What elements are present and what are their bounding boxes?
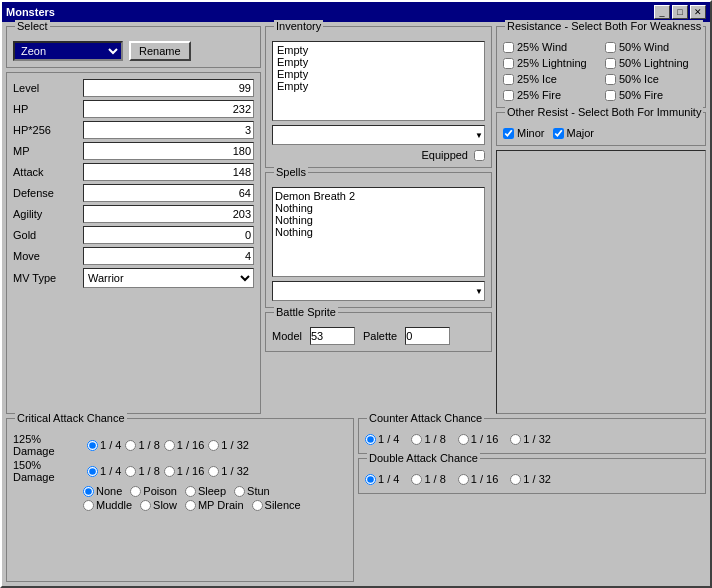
spells-dropdown[interactable] bbox=[272, 281, 485, 301]
list-item: Empty bbox=[275, 80, 482, 92]
monster-select[interactable]: Zeon bbox=[13, 41, 123, 61]
counter-thirtysecond-radio[interactable] bbox=[510, 434, 521, 445]
defense-input[interactable] bbox=[83, 184, 254, 202]
status-stun: Stun bbox=[234, 485, 270, 497]
status-none-label: None bbox=[96, 485, 122, 497]
critical-attack-group: Critical Attack Chance 125% Damage 1 / 4… bbox=[6, 418, 354, 582]
minor-checkbox[interactable] bbox=[503, 128, 514, 139]
titlebar: Monsters _ □ ✕ bbox=[2, 2, 710, 22]
status-row1: None Poison Sleep Stun bbox=[83, 485, 347, 497]
status-poison-label: Poison bbox=[143, 485, 177, 497]
crit-125-row: 125% Damage 1 / 4 1 / 8 1 / 16 bbox=[13, 433, 347, 457]
minimize-button[interactable]: _ bbox=[654, 5, 670, 19]
resist-25fire-label: 25% Fire bbox=[517, 89, 561, 101]
double-sixteenth: 1 / 16 bbox=[458, 473, 499, 485]
status-none: None bbox=[83, 485, 122, 497]
crit-150-quarter-radio[interactable] bbox=[87, 466, 98, 477]
crit-150-eighth-radio[interactable] bbox=[125, 466, 136, 477]
crit-125-eighth-label: 1 / 8 bbox=[138, 439, 159, 451]
level-input[interactable] bbox=[83, 79, 254, 97]
crit-125-thirtysecond-radio[interactable] bbox=[208, 440, 219, 451]
list-item: Demon Breath 2 bbox=[275, 190, 482, 202]
crit-125-quarter-radio[interactable] bbox=[87, 440, 98, 451]
minor-resist: Minor bbox=[503, 127, 545, 139]
agility-input[interactable] bbox=[83, 205, 254, 223]
crit-150-thirtysecond-label: 1 / 32 bbox=[221, 465, 249, 477]
counter-sixteenth: 1 / 16 bbox=[458, 433, 499, 445]
status-stun-radio[interactable] bbox=[234, 486, 245, 497]
crit-125-eighth-radio[interactable] bbox=[125, 440, 136, 451]
double-quarter: 1 / 4 bbox=[365, 473, 399, 485]
crit-125-quarter-label: 1 / 4 bbox=[100, 439, 121, 451]
list-item: Empty bbox=[275, 56, 482, 68]
attack-input[interactable] bbox=[83, 163, 254, 181]
resist-25lightning-label: 25% Lightning bbox=[517, 57, 587, 69]
double-quarter-radio[interactable] bbox=[365, 474, 376, 485]
resist-25ice-checkbox[interactable] bbox=[503, 74, 514, 85]
spells-dropdown-wrapper: ▼ bbox=[272, 281, 485, 301]
counter-sixteenth-radio[interactable] bbox=[458, 434, 469, 445]
status-mpdrain: MP Drain bbox=[185, 499, 244, 511]
left-column: Select Zeon Rename Level HP bbox=[6, 26, 261, 414]
hp-label: HP bbox=[13, 103, 83, 115]
close-button[interactable]: ✕ bbox=[690, 5, 706, 19]
inventory-dropdown[interactable] bbox=[272, 125, 485, 145]
hp-input[interactable] bbox=[83, 100, 254, 118]
mp-input[interactable] bbox=[83, 142, 254, 160]
other-resist-group: Other Resist - Select Both For Immunity … bbox=[496, 112, 706, 146]
double-eighth-radio[interactable] bbox=[411, 474, 422, 485]
double-thirtysecond-radio[interactable] bbox=[510, 474, 521, 485]
crit-125-eighth: 1 / 8 bbox=[125, 439, 159, 451]
resist-25lightning: 25% Lightning bbox=[503, 57, 597, 69]
status-slow-radio[interactable] bbox=[140, 500, 151, 511]
resist-50lightning-label: 50% Lightning bbox=[619, 57, 689, 69]
resist-50lightning-checkbox[interactable] bbox=[605, 58, 616, 69]
main-window: Monsters _ □ ✕ Select Zeon Rename Level bbox=[0, 0, 712, 588]
hp256-input[interactable] bbox=[83, 121, 254, 139]
status-silence-radio[interactable] bbox=[252, 500, 263, 511]
resist-50ice-checkbox[interactable] bbox=[605, 74, 616, 85]
hp256-row: HP*256 bbox=[13, 121, 254, 139]
status-muddle-radio[interactable] bbox=[83, 500, 94, 511]
list-item: Nothing bbox=[275, 226, 482, 238]
crit-125-sixteenth-radio[interactable] bbox=[164, 440, 175, 451]
rename-button[interactable]: Rename bbox=[129, 41, 191, 61]
counter-quarter-radio[interactable] bbox=[365, 434, 376, 445]
resist-25wind-checkbox[interactable] bbox=[503, 42, 514, 53]
resistance-grid: 25% Wind 50% Wind 25% Lightning 50% Ligh… bbox=[503, 41, 699, 101]
maximize-button[interactable]: □ bbox=[672, 5, 688, 19]
resist-25lightning-checkbox[interactable] bbox=[503, 58, 514, 69]
select-group: Select Zeon Rename bbox=[6, 26, 261, 68]
counter-eighth-radio[interactable] bbox=[411, 434, 422, 445]
major-checkbox[interactable] bbox=[553, 128, 564, 139]
status-poison-radio[interactable] bbox=[130, 486, 141, 497]
mvtype-select[interactable]: Warrior bbox=[83, 268, 254, 288]
model-input[interactable] bbox=[310, 327, 355, 345]
move-row: Move bbox=[13, 247, 254, 265]
status-sleep-radio[interactable] bbox=[185, 486, 196, 497]
resist-25fire-checkbox[interactable] bbox=[503, 90, 514, 101]
counter-quarter-label: 1 / 4 bbox=[378, 433, 399, 445]
double-sixteenth-radio[interactable] bbox=[458, 474, 469, 485]
spells-label: Spells bbox=[274, 166, 308, 178]
spells-list[interactable]: Demon Breath 2 Nothing Nothing Nothing bbox=[272, 187, 485, 277]
inventory-list[interactable]: Empty Empty Empty Empty bbox=[272, 41, 485, 121]
status-sleep-label: Sleep bbox=[198, 485, 226, 497]
status-none-radio[interactable] bbox=[83, 486, 94, 497]
resist-50fire-checkbox[interactable] bbox=[605, 90, 616, 101]
resist-50fire: 50% Fire bbox=[605, 89, 699, 101]
sprite-row: Model Palette bbox=[272, 327, 485, 345]
resist-50wind-checkbox[interactable] bbox=[605, 42, 616, 53]
equipped-checkbox[interactable] bbox=[474, 150, 485, 161]
gold-input[interactable] bbox=[83, 226, 254, 244]
crit-150-sixteenth-radio[interactable] bbox=[164, 466, 175, 477]
status-mpdrain-radio[interactable] bbox=[185, 500, 196, 511]
crit-150-thirtysecond-radio[interactable] bbox=[208, 466, 219, 477]
status-muddle-label: Muddle bbox=[96, 499, 132, 511]
double-eighth-label: 1 / 8 bbox=[424, 473, 445, 485]
spells-group: Spells Demon Breath 2 Nothing Nothing No… bbox=[265, 172, 492, 308]
hp256-label: HP*256 bbox=[13, 124, 83, 136]
double-thirtysecond-label: 1 / 32 bbox=[523, 473, 551, 485]
palette-input[interactable] bbox=[405, 327, 450, 345]
move-input[interactable] bbox=[83, 247, 254, 265]
